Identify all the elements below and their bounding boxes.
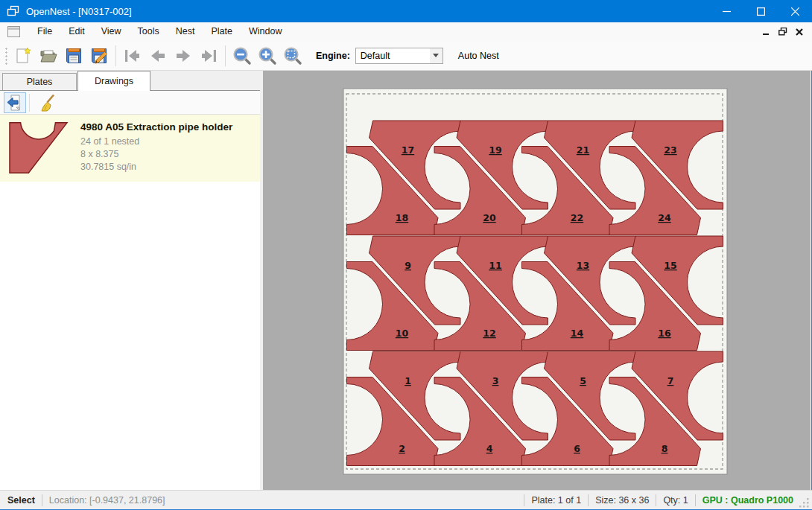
drawings-toolbar [0, 91, 260, 115]
open-button[interactable] [36, 44, 61, 68]
part-label-24: 24 [658, 212, 671, 223]
maximize-icon [757, 7, 765, 16]
drawings-panel: 4980 A05 Extraction pipe holder 24 of 1 … [0, 90, 260, 490]
sidebar-tabstrip: Plates Drawings [0, 71, 260, 90]
app-icon [7, 5, 20, 17]
new-document-icon [13, 46, 33, 66]
part-label-23: 23 [664, 144, 676, 156]
tab-plates[interactable]: Plates [2, 73, 77, 90]
part-label-5: 5 [580, 375, 586, 386]
menu-nest[interactable]: Nest [168, 22, 203, 41]
menu-tools[interactable]: Tools [130, 22, 168, 41]
engine-label: Engine: [316, 51, 350, 61]
part-label-3: 3 [492, 375, 499, 386]
part-label-17: 17 [402, 144, 414, 156]
status-separator [695, 494, 696, 506]
mdi-restore-button[interactable] [775, 24, 791, 40]
part-label-16: 16 [658, 328, 671, 339]
drawing-title: 4980 A05 Extraction pipe holder [80, 121, 232, 133]
menu-window[interactable]: Window [241, 22, 290, 41]
part-thumbnail [9, 121, 69, 175]
auto-nest-button[interactable]: Auto Nest [454, 48, 504, 64]
toolbar-grip[interactable] [4, 46, 7, 66]
zoom-out-icon [232, 46, 252, 66]
minimize-icon [723, 7, 731, 16]
part-label-1: 1 [405, 375, 411, 386]
status-separator [524, 494, 524, 506]
combo-dropdown-button[interactable] [430, 48, 443, 63]
menu-file[interactable]: File [29, 22, 60, 41]
broom-icon [39, 94, 57, 112]
zoom-in-button[interactable] [255, 44, 280, 68]
drawing-area: 30.7815 sq/in [80, 161, 232, 173]
mdi-close-icon [796, 28, 803, 36]
mdi-close-button[interactable] [791, 24, 808, 40]
part-label-2: 2 [399, 443, 405, 454]
main-body: Plates Drawings [0, 71, 812, 490]
part-label-11: 11 [489, 260, 501, 271]
engine-combobox[interactable]: Default [355, 48, 443, 64]
mdi-minimize-button[interactable] [758, 24, 775, 40]
part-label-20: 20 [483, 212, 496, 223]
engine-selected-value: Default [356, 51, 430, 61]
toolbar-separator [29, 94, 30, 112]
status-plate-size: Size: 36 x 36 [595, 495, 649, 506]
part-label-8: 8 [662, 443, 668, 454]
part-label-9: 9 [405, 260, 411, 271]
part-label-13: 13 [577, 260, 589, 271]
close-button[interactable] [778, 0, 812, 22]
status-separator [656, 494, 656, 506]
status-gpu: GPU : Quadro P1000 [702, 495, 793, 506]
zoom-extents-button[interactable] [280, 44, 305, 68]
menu-view[interactable]: View [93, 22, 130, 41]
nesting-canvas[interactable]: 171819202122232491011121314151612345678 [263, 71, 811, 490]
resize-grip[interactable] [799, 498, 810, 509]
last-plate-button[interactable] [196, 44, 221, 68]
toolbar-separator [225, 45, 226, 66]
menu-edit[interactable]: Edit [60, 22, 93, 41]
drawing-list-item[interactable]: 4980 A05 Extraction pipe holder 24 of 1 … [0, 115, 260, 182]
clear-drawings-button[interactable] [37, 92, 59, 113]
return-drawing-button[interactable] [4, 92, 26, 113]
zoom-in-icon [258, 46, 277, 66]
return-drawing-icon [6, 94, 24, 112]
part-label-14: 14 [571, 328, 584, 339]
maximize-button[interactable] [743, 0, 778, 22]
go-last-icon [199, 46, 218, 66]
previous-plate-button[interactable] [145, 44, 171, 68]
status-separator [588, 494, 589, 506]
drawing-dimensions: 8 x 8.375 [80, 148, 232, 161]
part-label-10: 10 [396, 328, 409, 339]
status-quantity: Qty: 1 [663, 495, 688, 506]
chevron-down-icon [433, 54, 439, 57]
new-document-button[interactable] [10, 44, 36, 68]
mdi-minimize-icon [763, 28, 770, 36]
save-button[interactable] [61, 44, 86, 68]
mdi-restore-icon [778, 28, 787, 36]
drawing-nested-count: 24 of 1 nested [80, 136, 232, 148]
status-mode: Select [7, 495, 35, 506]
open-folder-icon [39, 46, 58, 66]
toolbar-separator [115, 45, 116, 66]
part-label-7: 7 [667, 375, 674, 386]
title-bar: OpenNest - [N0317-002] [0, 0, 812, 22]
part-label-21: 21 [577, 144, 589, 156]
save-as-button[interactable] [86, 44, 112, 68]
window-title: OpenNest - [N0317-002] [26, 6, 132, 17]
go-previous-icon [148, 46, 168, 66]
part-label-15: 15 [664, 260, 676, 271]
zoom-out-button[interactable] [229, 44, 255, 68]
close-icon [791, 7, 799, 16]
first-plate-button[interactable] [120, 44, 145, 68]
tab-drawings[interactable]: Drawings [77, 71, 150, 91]
go-first-icon [123, 46, 142, 66]
save-edit-icon [89, 46, 109, 66]
go-next-icon [174, 46, 193, 66]
status-bar: Select Location: [-0.9437, 21.8796] Plat… [0, 490, 812, 509]
status-separator [42, 494, 42, 506]
minimize-button[interactable] [709, 0, 743, 22]
next-plate-button[interactable] [171, 44, 196, 68]
menu-plate[interactable]: Plate [203, 22, 241, 41]
status-location: Location: [-0.9437, 21.8796] [49, 495, 165, 506]
mdi-document-icon[interactable] [7, 26, 20, 37]
